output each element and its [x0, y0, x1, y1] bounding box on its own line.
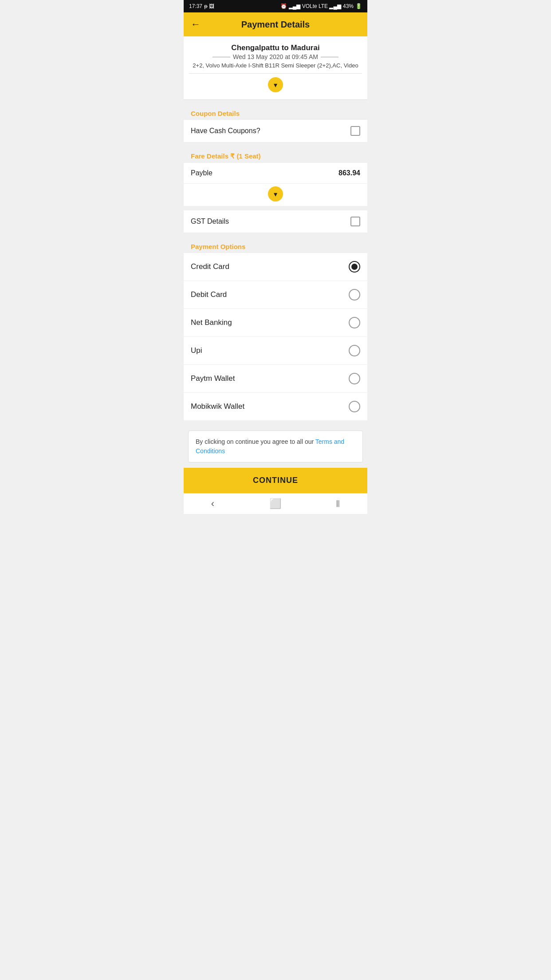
trip-bus-type: 2+2, Volvo Multi-Axle I-Shift B11R Semi …	[189, 62, 362, 69]
battery-icon: 🔋	[355, 3, 362, 9]
fare-expand-area: ▾	[184, 184, 367, 206]
coupon-section-label: Coupon Details	[184, 104, 367, 120]
payment-option-row[interactable]: Mobikwik Wallet	[184, 393, 367, 421]
fare-payable-label: Payble	[191, 169, 213, 177]
payment-option-row[interactable]: Paytm Wallet	[184, 365, 367, 393]
gap-3	[184, 206, 367, 210]
payment-option-label: Net Banking	[191, 318, 232, 327]
gap-1	[184, 100, 367, 104]
payment-option-radio[interactable]	[349, 401, 360, 412]
payment-option-label: Paytm Wallet	[191, 374, 235, 383]
status-bar: 17:37 ᵽ 🖼 ⏰ ▂▄▆ VOLte LTE ▂▄▆ 43% 🔋	[184, 0, 367, 12]
gap-4	[184, 233, 367, 237]
trip-route: Chengalpattu to Madurai	[189, 43, 362, 52]
gst-checkbox[interactable]	[350, 217, 360, 226]
payment-option-row[interactable]: Credit Card	[184, 253, 367, 281]
gap-5	[184, 421, 367, 425]
payment-option-radio[interactable]	[349, 373, 360, 384]
payment-section-label: Payment Options	[184, 237, 367, 253]
payment-option-label: Upi	[191, 346, 202, 355]
payment-option-row[interactable]: Net Banking	[184, 309, 367, 337]
payment-option-radio[interactable]	[349, 289, 360, 300]
payment-option-label: Credit Card	[191, 262, 229, 271]
payment-option-label: Debit Card	[191, 290, 227, 299]
status-time: 17:37	[189, 3, 202, 9]
coupon-label: Have Cash Coupons?	[191, 127, 260, 135]
chevron-down-icon: ▾	[274, 81, 277, 89]
page-title: Payment Details	[206, 20, 345, 30]
coupon-checkbox[interactable]	[350, 126, 360, 136]
fare-expand-button[interactable]: ▾	[268, 186, 283, 202]
continue-button[interactable]: CONTINUE	[184, 468, 367, 493]
payment-option-radio[interactable]	[349, 317, 360, 328]
nav-recent-button[interactable]: ⦀	[336, 498, 340, 510]
bottom-nav: ‹ ⬜ ⦀	[184, 493, 367, 514]
nav-home-button[interactable]: ⬜	[269, 498, 281, 510]
trip-expand-button[interactable]: ▾	[268, 77, 283, 92]
terms-box: By clicking on continue you agree to all…	[188, 431, 363, 462]
gst-label: GST Details	[191, 217, 229, 225]
trip-date: Wed 13 May 2020 at 09:45 AM	[189, 53, 362, 60]
chevron-down-icon-2: ▾	[274, 190, 277, 198]
header: ← Payment Details	[184, 12, 367, 36]
trip-card: Chengalpattu to Madurai Wed 13 May 2020 …	[184, 36, 367, 100]
status-network: ⏰ ▂▄▆ VOLte LTE ▂▄▆	[280, 3, 341, 9]
radio-inner-dot	[351, 264, 358, 270]
back-button[interactable]: ←	[191, 19, 201, 30]
nav-back-button[interactable]: ‹	[211, 498, 214, 510]
gap-2	[184, 142, 367, 147]
fare-section-label: Fare Details ₹ (1 Seat)	[184, 147, 367, 163]
status-battery: 43%	[343, 3, 354, 9]
fare-payable-row: Payble 863.94	[184, 163, 367, 184]
status-icons: ᵽ 🖼	[204, 3, 214, 9]
payment-options-list: Credit CardDebit CardNet BankingUpiPaytm…	[184, 253, 367, 421]
coupon-row: Have Cash Coupons?	[184, 120, 367, 142]
terms-prefix: By clicking on continue you agree to all…	[196, 438, 315, 445]
payment-option-row[interactable]: Upi	[184, 337, 367, 365]
payment-option-radio[interactable]	[349, 345, 360, 356]
payment-option-row[interactable]: Debit Card	[184, 281, 367, 309]
gst-row: GST Details	[184, 210, 367, 233]
payment-option-radio[interactable]	[349, 261, 360, 273]
payment-option-label: Mobikwik Wallet	[191, 402, 244, 411]
fare-payable-value: 863.94	[338, 169, 360, 177]
